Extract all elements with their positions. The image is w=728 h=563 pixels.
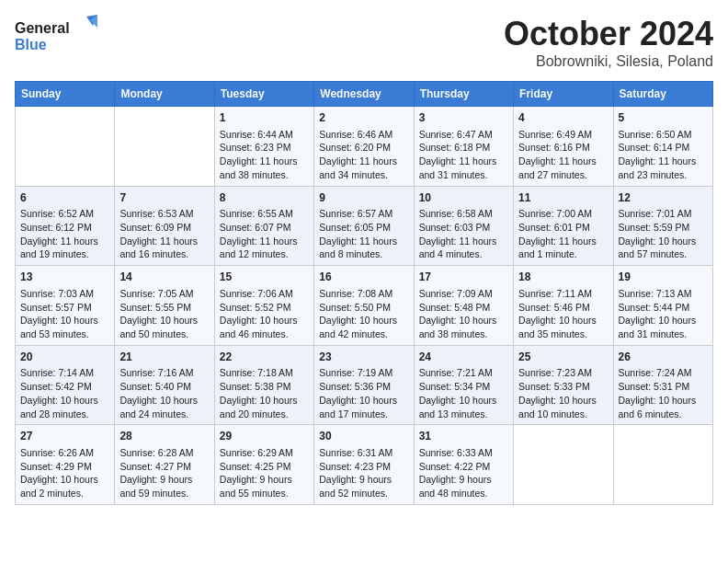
day-info: Sunset: 6:07 PM xyxy=(220,221,309,235)
day-info: Daylight: 10 hours and 24 minutes. xyxy=(119,394,209,420)
day-info: Sunrise: 7:09 AM xyxy=(419,287,508,301)
day-number: 5 xyxy=(619,110,708,126)
calendar-cell: 28Sunrise: 6:28 AMSunset: 4:27 PMDayligh… xyxy=(115,425,214,505)
day-info: Sunset: 5:31 PM xyxy=(619,380,708,394)
day-info: Daylight: 11 hours and 16 minutes. xyxy=(119,235,209,261)
calendar-cell: 3Sunrise: 6:47 AMSunset: 6:18 PMDaylight… xyxy=(414,107,513,187)
page-header: General Blue October 2024 Bobrowniki, Si… xyxy=(15,15,713,70)
day-info: Daylight: 9 hours and 59 minutes. xyxy=(119,473,209,500)
day-info: Daylight: 11 hours and 27 minutes. xyxy=(518,155,608,181)
day-info: Daylight: 9 hours and 48 minutes. xyxy=(419,473,508,500)
day-info: Sunrise: 7:13 AM xyxy=(619,287,708,301)
day-header-sunday: Sunday xyxy=(16,82,115,107)
day-number: 13 xyxy=(20,270,109,285)
day-info: Sunset: 6:16 PM xyxy=(518,141,608,155)
week-row-5: 27Sunrise: 6:26 AMSunset: 4:29 PMDayligh… xyxy=(16,425,713,505)
day-number: 19 xyxy=(619,270,708,285)
day-number: 14 xyxy=(119,270,209,285)
day-number: 26 xyxy=(619,350,708,365)
calendar-header: SundayMondayTuesdayWednesdayThursdayFrid… xyxy=(16,82,713,107)
day-info: Daylight: 11 hours and 31 minutes. xyxy=(419,155,508,181)
day-info: Sunrise: 7:08 AM xyxy=(319,287,408,301)
logo: General Blue xyxy=(15,15,97,61)
day-info: Sunrise: 6:46 AM xyxy=(319,128,408,142)
header-row: SundayMondayTuesdayWednesdayThursdayFrid… xyxy=(16,82,713,107)
day-info: Daylight: 10 hours and 10 minutes. xyxy=(518,394,608,420)
day-info: Sunset: 6:20 PM xyxy=(319,141,408,155)
calendar-cell: 23Sunrise: 7:19 AMSunset: 5:36 PMDayligh… xyxy=(314,345,414,425)
day-info: Sunrise: 7:21 AM xyxy=(419,366,508,380)
day-info: Sunset: 5:44 PM xyxy=(619,301,708,315)
day-info: Sunset: 5:48 PM xyxy=(419,301,508,315)
day-info: Daylight: 10 hours and 6 minutes. xyxy=(619,394,708,420)
day-info: Sunset: 6:18 PM xyxy=(419,141,508,155)
day-info: Sunset: 5:40 PM xyxy=(119,380,209,394)
day-info: Daylight: 10 hours and 38 minutes. xyxy=(419,314,508,340)
day-info: Sunrise: 7:16 AM xyxy=(119,366,209,380)
calendar-cell: 21Sunrise: 7:16 AMSunset: 5:40 PMDayligh… xyxy=(115,345,214,425)
calendar-cell: 8Sunrise: 6:55 AMSunset: 6:07 PMDaylight… xyxy=(214,186,313,266)
calendar-cell: 4Sunrise: 6:49 AMSunset: 6:16 PMDaylight… xyxy=(514,107,613,187)
day-number: 24 xyxy=(419,350,508,365)
day-info: Sunrise: 7:19 AM xyxy=(319,366,408,380)
calendar-cell xyxy=(16,107,115,187)
title-block: October 2024 Bobrowniki, Silesia, Poland xyxy=(504,15,713,70)
day-number: 27 xyxy=(20,429,109,444)
calendar-cell: 25Sunrise: 7:23 AMSunset: 5:33 PMDayligh… xyxy=(514,345,613,425)
day-info: Sunset: 5:52 PM xyxy=(220,301,309,315)
location: Bobrowniki, Silesia, Poland xyxy=(504,53,713,70)
svg-text:General: General xyxy=(15,20,70,36)
day-info: Sunset: 4:27 PM xyxy=(119,460,209,474)
day-info: Daylight: 10 hours and 13 minutes. xyxy=(419,394,508,420)
day-number: 20 xyxy=(20,350,109,365)
day-info: Sunset: 6:01 PM xyxy=(518,221,608,235)
day-info: Sunset: 5:59 PM xyxy=(619,221,708,235)
day-number: 16 xyxy=(319,270,408,285)
day-number: 9 xyxy=(319,190,408,206)
calendar-cell: 1Sunrise: 6:44 AMSunset: 6:23 PMDaylight… xyxy=(214,107,313,187)
day-info: Sunset: 4:23 PM xyxy=(319,460,408,474)
day-info: Daylight: 10 hours and 31 minutes. xyxy=(619,314,708,340)
day-number: 23 xyxy=(319,350,408,365)
calendar-cell: 26Sunrise: 7:24 AMSunset: 5:31 PMDayligh… xyxy=(613,345,712,425)
day-info: Daylight: 10 hours and 50 minutes. xyxy=(119,314,209,340)
calendar-cell: 6Sunrise: 6:52 AMSunset: 6:12 PMDaylight… xyxy=(16,186,115,266)
day-info: Sunrise: 7:06 AM xyxy=(220,287,309,301)
week-row-3: 13Sunrise: 7:03 AMSunset: 5:57 PMDayligh… xyxy=(16,266,713,346)
calendar-cell: 14Sunrise: 7:05 AMSunset: 5:55 PMDayligh… xyxy=(115,266,214,346)
day-info: Sunrise: 6:26 AM xyxy=(20,446,109,460)
calendar-cell: 10Sunrise: 6:58 AMSunset: 6:03 PMDayligh… xyxy=(414,186,513,266)
calendar-cell: 12Sunrise: 7:01 AMSunset: 5:59 PMDayligh… xyxy=(613,186,712,266)
day-header-saturday: Saturday xyxy=(613,82,712,107)
day-info: Sunrise: 6:58 AM xyxy=(419,207,508,221)
calendar-cell: 17Sunrise: 7:09 AMSunset: 5:48 PMDayligh… xyxy=(414,266,513,346)
calendar-cell: 2Sunrise: 6:46 AMSunset: 6:20 PMDaylight… xyxy=(314,107,414,187)
day-info: Sunrise: 6:57 AM xyxy=(319,207,408,221)
day-info: Sunrise: 6:50 AM xyxy=(619,128,708,142)
day-number: 2 xyxy=(319,110,408,126)
day-info: Sunset: 5:50 PM xyxy=(319,301,408,315)
calendar-cell: 5Sunrise: 6:50 AMSunset: 6:14 PMDaylight… xyxy=(613,107,712,187)
day-number: 4 xyxy=(518,110,608,126)
calendar-cell: 11Sunrise: 7:00 AMSunset: 6:01 PMDayligh… xyxy=(514,186,613,266)
day-info: Daylight: 11 hours and 34 minutes. xyxy=(319,155,408,181)
month-title: October 2024 xyxy=(504,15,713,53)
calendar-body: 1Sunrise: 6:44 AMSunset: 6:23 PMDaylight… xyxy=(16,107,713,505)
day-info: Daylight: 10 hours and 57 minutes. xyxy=(619,235,708,261)
day-info: Sunset: 5:38 PM xyxy=(220,380,309,394)
day-info: Daylight: 10 hours and 17 minutes. xyxy=(319,394,408,420)
day-info: Sunset: 6:09 PM xyxy=(119,221,209,235)
day-info: Daylight: 9 hours and 55 minutes. xyxy=(220,473,309,500)
calendar-cell: 30Sunrise: 6:31 AMSunset: 4:23 PMDayligh… xyxy=(314,425,414,505)
day-number: 29 xyxy=(220,429,309,444)
day-info: Sunrise: 7:03 AM xyxy=(20,287,109,301)
day-info: Sunset: 5:46 PM xyxy=(518,301,608,315)
day-info: Sunset: 6:12 PM xyxy=(20,221,109,235)
calendar-cell: 7Sunrise: 6:53 AMSunset: 6:09 PMDaylight… xyxy=(115,186,214,266)
day-number: 17 xyxy=(419,270,508,285)
calendar-cell xyxy=(613,425,712,505)
day-info: Daylight: 11 hours and 1 minute. xyxy=(518,235,608,261)
day-number: 25 xyxy=(518,350,608,365)
day-info: Sunrise: 7:23 AM xyxy=(518,366,608,380)
day-number: 21 xyxy=(119,350,209,365)
